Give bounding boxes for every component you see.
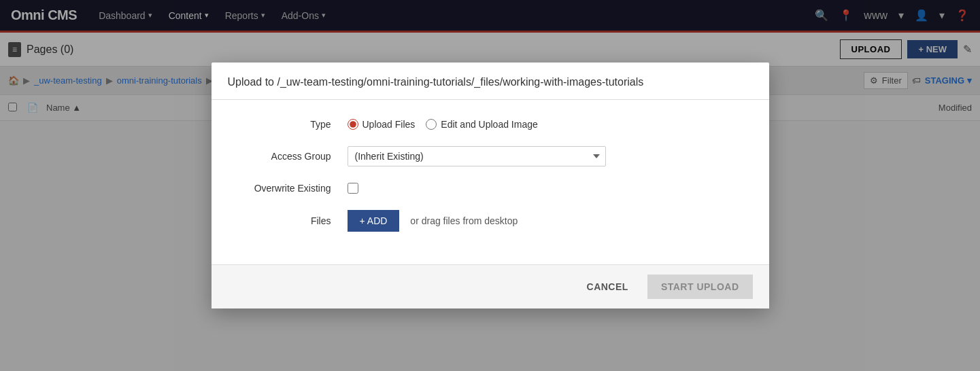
dialog-body: Type Upload Files Edit and Upload Image … [212,100,769,121]
edit-upload-option[interactable]: Edit and Upload Image [426,119,537,121]
type-row: Type Upload Files Edit and Upload Image [239,119,742,121]
upload-files-radio[interactable] [348,119,358,121]
edit-upload-label: Edit and Upload Image [441,119,537,121]
upload-files-label: Upload Files [362,119,416,121]
dialog-header: Upload to /_uw-team-testing/omni-trainin… [212,63,769,100]
type-control: Upload Files Edit and Upload Image [348,119,742,121]
upload-files-option[interactable]: Upload Files [348,119,416,121]
type-label: Type [239,119,348,121]
modal-overlay: Upload to /_uw-team-testing/omni-trainin… [0,0,980,121]
upload-dialog: Upload to /_uw-team-testing/omni-trainin… [212,63,769,121]
edit-upload-radio[interactable] [426,119,437,121]
